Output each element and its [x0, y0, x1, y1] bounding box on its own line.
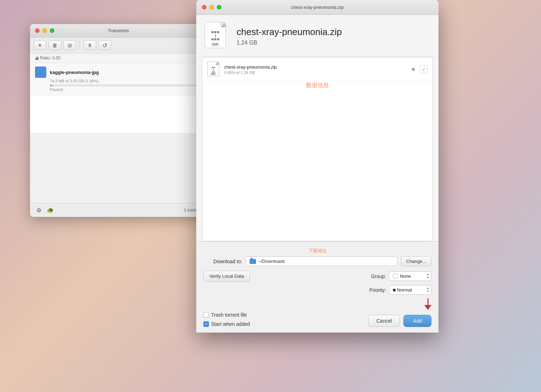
priority-selector-container: Priority: Normal ▲ ▼ — [370, 285, 431, 295]
transmission-toolbar: + 🗑 ⊘ ⏸ ↺ — [30, 38, 207, 53]
arrow-shaft — [427, 298, 429, 305]
maximize-button[interactable] — [50, 28, 54, 33]
priority-select[interactable]: Normal — [389, 285, 431, 295]
transfer-progress-bar-container — [50, 85, 202, 86]
pause-button[interactable]: ⏸ — [83, 40, 96, 50]
dialog-minimize-button[interactable] — [209, 5, 214, 10]
file-list-item-actions: ✓ — [412, 65, 427, 73]
zip-file-icon-small: ZIP — [207, 62, 220, 77]
zip-small-label: ZIP — [211, 73, 216, 75]
priority-value: Normal — [397, 287, 412, 293]
priority-label: Priority: — [370, 287, 386, 293]
file-item-progress: 0.00% of 1.24 GB — [224, 70, 408, 75]
cancel-button[interactable]: Cancel — [368, 315, 400, 327]
zip-label: ZIP — [211, 42, 219, 46]
file-dot-indicator — [412, 68, 415, 71]
transfer-progress-text: 74.2 MB of 3.93 GB (1.88%) — [50, 79, 202, 83]
file-include-checkbox[interactable]: ✓ — [420, 65, 427, 73]
zip-teeth-top — [211, 31, 219, 33]
action-area: Cancel Add — [368, 298, 431, 327]
file-list-item: ZIP chest-xray-pneumonia.zip 0.00% of 1.… — [202, 57, 432, 82]
file-item-name: chest-xray-pneumonia.zip — [224, 64, 408, 70]
data-info-area: 数据信息 — [202, 82, 432, 89]
download-path-text: ~/Downloads — [258, 259, 285, 264]
normal-dot-icon — [393, 289, 396, 292]
action-buttons: Cancel Add — [368, 315, 431, 327]
verify-group-row: Verify Local Data Group: None ▲ ▼ — [203, 271, 431, 282]
empty-list-area — [30, 133, 207, 203]
refresh-button[interactable]: ↺ — [98, 40, 111, 50]
add-button[interactable]: Add — [403, 315, 431, 327]
group-select-wrapper[interactable]: None ▲ ▼ — [389, 271, 431, 281]
stop-icon: ⊘ — [68, 42, 72, 49]
download-to-label: Download to: — [203, 259, 242, 264]
transfer-list: kaggle-pneumonia-jpg 74.2 MB of 3.93 GB … — [30, 63, 207, 133]
transmission-title: Transmiss — [108, 28, 129, 33]
ratio-bar: ◕ Ratio: 0.00 — [30, 53, 207, 63]
trash-torrent-label: Trash torrent file — [211, 312, 247, 318]
zip-file-icon-large: ZIP — [205, 22, 230, 50]
start-when-added-item: ✓ Start when added — [203, 321, 250, 327]
background-transmission-window: Transmiss + 🗑 ⊘ ⏸ ↺ ◕ Ratio: 0.00 kaggle… — [30, 24, 207, 217]
group-label: Group: — [371, 273, 386, 279]
dialog-file-info: chest-xray-pneumonia.zip 1.24 GB — [237, 27, 430, 46]
download-path-field[interactable]: ~/Downloads — [246, 256, 397, 266]
transfer-item: kaggle-pneumonia-jpg 74.2 MB of 3.93 GB … — [30, 63, 207, 96]
trash-icon: 🗑 — [52, 42, 57, 48]
folder-icon — [250, 259, 256, 264]
transfer-name: kaggle-pneumonia-jpg — [50, 70, 99, 75]
dialog-controls: 下载地址 Download to: ~/Downloads Change... … — [196, 241, 438, 333]
add-torrent-button[interactable]: + — [34, 40, 46, 50]
zip-small-visual: ZIP — [207, 62, 219, 76]
download-annotation: 下载地址 — [308, 248, 327, 253]
priority-row: Priority: Normal ▲ ▼ — [203, 285, 431, 295]
minimize-button[interactable] — [42, 28, 47, 33]
toolbar-separator — [80, 41, 80, 50]
checkboxes-area: Trash torrent file ✓ Start when added — [203, 312, 250, 327]
download-annotation-container: 下载地址 — [203, 247, 431, 254]
zip-zipper — [211, 31, 219, 40]
start-when-added-checkbox[interactable]: ✓ — [203, 321, 209, 327]
dialog-file-header: ZIP chest-xray-pneumonia.zip 1.24 GB — [196, 15, 438, 57]
refresh-icon: ↺ — [103, 42, 107, 49]
ratio-icon: ◕ — [35, 56, 39, 60]
file-list-area: ZIP chest-xray-pneumonia.zip 0.00% of 1.… — [202, 57, 433, 241]
verify-local-data-button[interactable]: Verify Local Data — [203, 271, 250, 282]
dialog-file-size: 1.24 GB — [237, 40, 430, 46]
turtle-icon[interactable]: 🐢 — [46, 206, 54, 214]
transfer-progress-bar — [50, 85, 53, 86]
zip-small-zipper — [212, 67, 215, 73]
pause-icon: ⏸ — [87, 42, 92, 48]
gear-icon[interactable]: ⚙ — [35, 206, 43, 214]
ratio-text: Ratio: 0.00 — [40, 56, 60, 60]
download-to-row: Download to: ~/Downloads Change... — [203, 256, 431, 266]
change-button[interactable]: Change... — [401, 256, 431, 266]
start-when-added-label: Start when added — [211, 321, 250, 327]
add-torrent-dialog: chest-xray-pneumonia.zip — [196, 0, 438, 333]
remove-button[interactable]: 🗑 — [48, 40, 61, 50]
dialog-close-button[interactable] — [202, 5, 206, 10]
transmission-statusbar: ⚙ 🐢 1 transfer — [30, 203, 207, 217]
trash-torrent-item: Trash torrent file — [203, 312, 250, 318]
group-select[interactable]: None — [389, 271, 431, 281]
dialog-titlebar: chest-xray-pneumonia.zip — [196, 0, 438, 15]
zip-pull — [215, 34, 216, 37]
red-arrow-indicator — [424, 298, 431, 310]
close-button[interactable] — [35, 28, 40, 33]
group-selector-container: Group: None ▲ ▼ — [371, 271, 431, 281]
stop-button[interactable]: ⊘ — [63, 40, 76, 50]
file-list-item-info: chest-xray-pneumonia.zip 0.00% of 1.24 G… — [224, 64, 408, 75]
transfer-item-header: kaggle-pneumonia-jpg — [35, 67, 202, 78]
dialog-window-controls — [202, 5, 221, 10]
file-fold — [221, 22, 226, 27]
data-info-text: 数据信息 — [306, 82, 329, 89]
zip-teeth-bottom — [211, 38, 219, 40]
zip-small-fold — [216, 62, 219, 65]
trash-torrent-checkbox[interactable] — [203, 312, 209, 318]
priority-select-wrapper[interactable]: Normal ▲ ▼ — [389, 285, 431, 295]
dialog-maximize-button[interactable] — [217, 5, 221, 10]
zip-file-visual: ZIP — [205, 22, 226, 48]
bottom-row: Trash torrent file ✓ Start when added Ca… — [203, 298, 431, 327]
statusbar-icons: ⚙ 🐢 — [35, 206, 54, 214]
transfer-status: Paused — [50, 87, 202, 92]
